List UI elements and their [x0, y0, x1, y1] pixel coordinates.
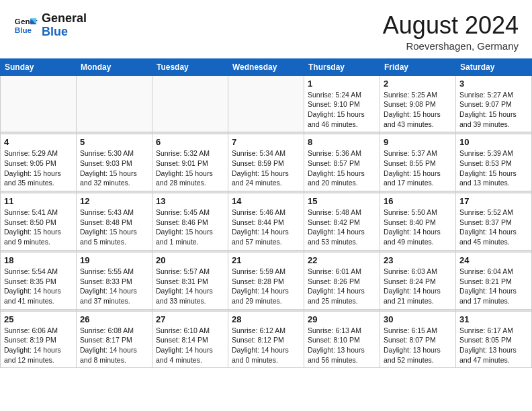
calendar-cell: 21Sunrise: 5:59 AM Sunset: 8:28 PM Dayli… [228, 252, 304, 309]
day-number: 7 [232, 137, 300, 147]
day-number: 13 [156, 196, 224, 206]
calendar-cell: 18Sunrise: 5:54 AM Sunset: 8:35 PM Dayli… [1, 252, 77, 309]
day-info: Sunrise: 5:27 AM Sunset: 9:07 PM Dayligh… [459, 90, 528, 130]
calendar-header-row: SundayMondayTuesdayWednesdayThursdayFrid… [1, 58, 532, 75]
day-info: Sunrise: 6:04 AM Sunset: 8:21 PM Dayligh… [459, 267, 528, 306]
calendar-cell [152, 75, 228, 132]
calendar-cell: 24Sunrise: 6:04 AM Sunset: 8:21 PM Dayli… [456, 252, 532, 309]
week-row-2: 4Sunrise: 5:29 AM Sunset: 9:05 PM Daylig… [1, 134, 532, 191]
day-info: Sunrise: 5:54 AM Sunset: 8:35 PM Dayligh… [4, 267, 73, 306]
day-number: 3 [459, 79, 528, 89]
day-number: 9 [384, 137, 452, 147]
day-info: Sunrise: 5:55 AM Sunset: 8:33 PM Dayligh… [80, 267, 148, 306]
day-number: 20 [156, 255, 224, 265]
calendar-cell: 16Sunrise: 5:50 AM Sunset: 8:40 PM Dayli… [380, 193, 456, 250]
calendar-cell: 31Sunrise: 6:17 AM Sunset: 8:05 PM Dayli… [456, 311, 532, 368]
week-row-1: 1Sunrise: 5:24 AM Sunset: 9:10 PM Daylig… [1, 75, 532, 132]
calendar-cell: 22Sunrise: 6:01 AM Sunset: 8:26 PM Dayli… [304, 252, 380, 309]
day-number: 19 [80, 255, 148, 265]
day-header-thursday: Thursday [304, 58, 380, 75]
calendar-cell: 3Sunrise: 5:27 AM Sunset: 9:07 PM Daylig… [456, 75, 532, 132]
day-info: Sunrise: 5:39 AM Sunset: 8:53 PM Dayligh… [459, 148, 528, 188]
day-number: 29 [308, 314, 376, 324]
day-info: Sunrise: 5:43 AM Sunset: 8:48 PM Dayligh… [80, 208, 148, 247]
week-row-4: 18Sunrise: 5:54 AM Sunset: 8:35 PM Dayli… [1, 252, 532, 309]
day-info: Sunrise: 5:29 AM Sunset: 9:05 PM Dayligh… [4, 148, 73, 188]
calendar-cell: 12Sunrise: 5:43 AM Sunset: 8:48 PM Dayli… [77, 193, 152, 250]
day-number: 15 [308, 196, 376, 206]
day-info: Sunrise: 5:46 AM Sunset: 8:44 PM Dayligh… [232, 208, 300, 247]
calendar-cell: 2Sunrise: 5:25 AM Sunset: 9:08 PM Daylig… [380, 75, 456, 132]
calendar-cell: 20Sunrise: 5:57 AM Sunset: 8:31 PM Dayli… [152, 252, 228, 309]
day-number: 12 [80, 196, 148, 206]
day-info: Sunrise: 5:30 AM Sunset: 9:03 PM Dayligh… [80, 148, 148, 188]
day-number: 18 [4, 255, 73, 265]
day-number: 24 [459, 255, 528, 265]
day-header-wednesday: Wednesday [228, 58, 304, 75]
day-number: 2 [384, 79, 452, 89]
day-header-saturday: Saturday [456, 58, 532, 75]
day-number: 10 [459, 137, 528, 147]
calendar-cell: 15Sunrise: 5:48 AM Sunset: 8:42 PM Dayli… [304, 193, 380, 250]
calendar-cell: 27Sunrise: 6:10 AM Sunset: 8:14 PM Dayli… [152, 311, 228, 368]
day-number: 14 [232, 196, 300, 206]
calendar-cell: 4Sunrise: 5:29 AM Sunset: 9:05 PM Daylig… [1, 134, 77, 191]
svg-text:Blue: Blue [15, 26, 32, 34]
day-info: Sunrise: 5:34 AM Sunset: 8:59 PM Dayligh… [232, 148, 300, 188]
day-number: 22 [308, 255, 376, 265]
day-number: 8 [308, 137, 376, 147]
day-number: 25 [4, 314, 73, 324]
day-info: Sunrise: 6:01 AM Sunset: 8:26 PM Dayligh… [308, 267, 376, 306]
calendar-cell [1, 75, 77, 132]
calendar-cell: 13Sunrise: 5:45 AM Sunset: 8:46 PM Dayli… [152, 193, 228, 250]
day-info: Sunrise: 5:32 AM Sunset: 9:01 PM Dayligh… [156, 148, 224, 188]
day-info: Sunrise: 5:48 AM Sunset: 8:42 PM Dayligh… [308, 208, 376, 247]
day-number: 27 [156, 314, 224, 324]
day-number: 28 [232, 314, 300, 324]
day-info: Sunrise: 5:41 AM Sunset: 8:50 PM Dayligh… [4, 208, 73, 247]
day-number: 11 [4, 196, 73, 206]
calendar-cell [228, 75, 304, 132]
calendar-cell: 9Sunrise: 5:37 AM Sunset: 8:55 PM Daylig… [380, 134, 456, 191]
day-number: 21 [232, 255, 300, 265]
calendar-cell: 19Sunrise: 5:55 AM Sunset: 8:33 PM Dayli… [77, 252, 152, 309]
day-info: Sunrise: 5:24 AM Sunset: 9:10 PM Dayligh… [308, 90, 376, 130]
day-info: Sunrise: 6:06 AM Sunset: 8:19 PM Dayligh… [4, 326, 73, 365]
calendar-cell: 29Sunrise: 6:13 AM Sunset: 8:10 PM Dayli… [304, 311, 380, 368]
logo-icon: General Blue [13, 13, 38, 38]
logo-text: General Blue [42, 12, 87, 39]
calendar-cell: 25Sunrise: 6:06 AM Sunset: 8:19 PM Dayli… [1, 311, 77, 368]
calendar-cell: 1Sunrise: 5:24 AM Sunset: 9:10 PM Daylig… [304, 75, 380, 132]
main-title: August 2024 [383, 12, 519, 39]
day-info: Sunrise: 5:59 AM Sunset: 8:28 PM Dayligh… [232, 267, 300, 306]
day-info: Sunrise: 6:13 AM Sunset: 8:10 PM Dayligh… [308, 326, 376, 365]
calendar-cell: 7Sunrise: 5:34 AM Sunset: 8:59 PM Daylig… [228, 134, 304, 191]
day-number: 4 [4, 137, 73, 147]
day-info: Sunrise: 5:25 AM Sunset: 9:08 PM Dayligh… [384, 90, 452, 130]
calendar-cell: 10Sunrise: 5:39 AM Sunset: 8:53 PM Dayli… [456, 134, 532, 191]
week-row-5: 25Sunrise: 6:06 AM Sunset: 8:19 PM Dayli… [1, 311, 532, 368]
calendar-cell: 11Sunrise: 5:41 AM Sunset: 8:50 PM Dayli… [1, 193, 77, 250]
day-header-monday: Monday [77, 58, 152, 75]
day-number: 6 [156, 137, 224, 147]
calendar-cell: 23Sunrise: 6:03 AM Sunset: 8:24 PM Dayli… [380, 252, 456, 309]
day-header-tuesday: Tuesday [152, 58, 228, 75]
calendar-cell: 17Sunrise: 5:52 AM Sunset: 8:37 PM Dayli… [456, 193, 532, 250]
day-info: Sunrise: 6:15 AM Sunset: 8:07 PM Dayligh… [384, 326, 452, 365]
day-number: 17 [459, 196, 528, 206]
day-info: Sunrise: 6:12 AM Sunset: 8:12 PM Dayligh… [232, 326, 300, 365]
calendar-cell: 30Sunrise: 6:15 AM Sunset: 8:07 PM Dayli… [380, 311, 456, 368]
calendar-cell [77, 75, 152, 132]
day-info: Sunrise: 5:36 AM Sunset: 8:57 PM Dayligh… [308, 148, 376, 188]
day-number: 26 [80, 314, 148, 324]
day-info: Sunrise: 6:03 AM Sunset: 8:24 PM Dayligh… [384, 267, 452, 306]
page-header: General Blue General Blue August 2024 Ro… [0, 0, 532, 58]
day-number: 1 [308, 79, 376, 89]
day-number: 31 [459, 314, 528, 324]
day-info: Sunrise: 5:45 AM Sunset: 8:46 PM Dayligh… [156, 208, 224, 247]
calendar-cell: 5Sunrise: 5:30 AM Sunset: 9:03 PM Daylig… [77, 134, 152, 191]
calendar-cell: 6Sunrise: 5:32 AM Sunset: 9:01 PM Daylig… [152, 134, 228, 191]
day-info: Sunrise: 6:17 AM Sunset: 8:05 PM Dayligh… [459, 326, 528, 365]
day-info: Sunrise: 5:50 AM Sunset: 8:40 PM Dayligh… [384, 208, 452, 247]
day-info: Sunrise: 5:52 AM Sunset: 8:37 PM Dayligh… [459, 208, 528, 247]
